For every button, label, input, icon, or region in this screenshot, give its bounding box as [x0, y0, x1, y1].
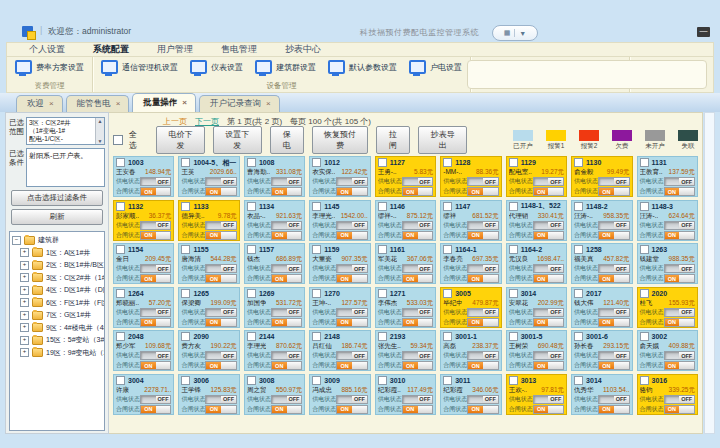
supply-toggle[interactable]: OFF: [271, 308, 302, 317]
supply-toggle[interactable]: OFF: [402, 351, 433, 360]
card-checkbox[interactable]: [640, 376, 649, 385]
toolbar-button[interactable]: 抄表导出: [418, 126, 467, 154]
switch-toggle[interactable]: ON: [336, 274, 367, 283]
card-checkbox[interactable]: [116, 245, 125, 254]
supply-toggle[interactable]: OFF: [533, 264, 564, 273]
supply-toggle[interactable]: OFF: [598, 395, 629, 404]
switch-toggle[interactable]: ON: [271, 231, 302, 240]
supply-toggle[interactable]: OFF: [664, 351, 695, 360]
switch-toggle[interactable]: ON: [271, 274, 302, 283]
supply-toggle[interactable]: OFF: [467, 177, 498, 186]
switch-toggle[interactable]: ON: [664, 187, 695, 196]
card-checkbox[interactable]: [181, 376, 190, 385]
supply-toggle[interactable]: OFF: [533, 221, 564, 230]
supply-toggle[interactable]: OFF: [533, 351, 564, 360]
supply-toggle[interactable]: OFF: [664, 177, 695, 186]
card-checkbox[interactable]: [574, 376, 583, 385]
card-checkbox[interactable]: [247, 376, 256, 385]
card-checkbox[interactable]: [574, 158, 583, 167]
listbox-line[interactable]: 配电-1/C区-: [29, 135, 95, 143]
card-checkbox[interactable]: [640, 158, 649, 167]
supply-toggle[interactable]: OFF: [467, 308, 498, 317]
expand-icon[interactable]: +: [20, 286, 29, 295]
switch-toggle[interactable]: ON: [467, 231, 498, 240]
switch-toggle[interactable]: ON: [533, 187, 564, 196]
switch-toggle[interactable]: ON: [467, 274, 498, 283]
card-checkbox[interactable]: [509, 289, 518, 298]
expand-icon[interactable]: +: [20, 348, 29, 357]
switch-toggle[interactable]: ON: [140, 187, 171, 196]
listbox-line[interactable]: （1#变电-1#: [29, 127, 95, 135]
scroll-up-icon[interactable]: ▲: [98, 118, 103, 124]
switch-toggle[interactable]: ON: [664, 361, 695, 370]
collapse-icon[interactable]: −: [12, 236, 21, 245]
supply-toggle[interactable]: OFF: [467, 395, 498, 404]
card-checkbox[interactable]: [116, 202, 125, 211]
supply-toggle[interactable]: OFF: [467, 264, 498, 273]
switch-toggle[interactable]: ON: [140, 361, 171, 370]
card-checkbox[interactable]: [312, 245, 321, 254]
switch-toggle[interactable]: ON: [205, 361, 236, 370]
close-icon[interactable]: ×: [116, 101, 121, 107]
supply-toggle[interactable]: OFF: [336, 308, 367, 317]
supply-toggle[interactable]: OFF: [336, 221, 367, 230]
expand-icon[interactable]: +: [20, 261, 29, 270]
supply-toggle[interactable]: OFF: [336, 351, 367, 360]
expand-icon[interactable]: +: [20, 273, 29, 282]
card-checkbox[interactable]: [181, 158, 190, 167]
ribbon-item[interactable]: 建筑群设置: [255, 60, 316, 74]
supply-toggle[interactable]: OFF: [336, 395, 367, 404]
card-checkbox[interactable]: [443, 289, 452, 298]
listbox-line[interactable]: 东配/1#变..: [29, 143, 95, 145]
switch-toggle[interactable]: ON: [533, 231, 564, 240]
supply-toggle[interactable]: OFF: [664, 308, 695, 317]
card-checkbox[interactable]: [640, 245, 649, 254]
card-checkbox[interactable]: [509, 158, 518, 167]
supply-toggle[interactable]: OFF: [533, 395, 564, 404]
card-checkbox[interactable]: [378, 289, 387, 298]
switch-toggle[interactable]: ON: [336, 405, 367, 414]
supply-toggle[interactable]: OFF: [598, 308, 629, 317]
card-checkbox[interactable]: [509, 245, 518, 254]
switch-toggle[interactable]: ON: [664, 231, 695, 240]
switch-toggle[interactable]: ON: [205, 405, 236, 414]
card-checkbox[interactable]: [640, 289, 649, 298]
card-checkbox[interactable]: [181, 245, 190, 254]
switch-toggle[interactable]: ON: [467, 361, 498, 370]
supply-toggle[interactable]: OFF: [205, 264, 236, 273]
switch-toggle[interactable]: ON: [205, 187, 236, 196]
card-checkbox[interactable]: [116, 376, 125, 385]
switch-toggle[interactable]: ON: [271, 318, 302, 327]
supply-toggle[interactable]: OFF: [598, 177, 629, 186]
tree-item[interactable]: +2区：B区1#井/B区1#: [20, 260, 102, 270]
close-icon[interactable]: ×: [182, 100, 187, 106]
card-checkbox[interactable]: [312, 289, 321, 298]
tree-item[interactable]: +15区：5#变站（3#变: [20, 335, 102, 345]
supply-toggle[interactable]: OFF: [271, 351, 302, 360]
card-checkbox[interactable]: [312, 376, 321, 385]
supply-toggle[interactable]: OFF: [664, 264, 695, 273]
switch-toggle[interactable]: ON: [533, 318, 564, 327]
tree-item[interactable]: +1区：A区1#井: [20, 248, 102, 258]
expand-icon[interactable]: +: [20, 336, 29, 345]
switch-toggle[interactable]: ON: [533, 274, 564, 283]
supply-toggle[interactable]: OFF: [402, 395, 433, 404]
ribbon-item[interactable]: 户电设置: [409, 60, 462, 74]
menu-item[interactable]: 用户管理: [143, 42, 207, 57]
card-checkbox[interactable]: [247, 289, 256, 298]
switch-toggle[interactable]: ON: [664, 274, 695, 283]
select-all-checkbox[interactable]: [113, 135, 123, 145]
switch-toggle[interactable]: ON: [336, 231, 367, 240]
card-checkbox[interactable]: [443, 202, 452, 211]
tab[interactable]: 开户记录查询×: [199, 95, 280, 112]
switch-toggle[interactable]: ON: [467, 318, 498, 327]
card-checkbox[interactable]: [378, 376, 387, 385]
prev-page-link[interactable]: 上一页: [163, 116, 187, 127]
tree-item[interactable]: +9区：4#楼电井（4#楼: [20, 323, 102, 333]
switch-toggle[interactable]: ON: [402, 231, 433, 240]
refresh-button[interactable]: 刷新: [11, 209, 103, 225]
tree-root[interactable]: −建筑群: [12, 235, 102, 245]
supply-toggle[interactable]: OFF: [140, 264, 171, 273]
tab[interactable]: 批量操作×: [132, 93, 196, 112]
card-checkbox[interactable]: [312, 202, 321, 211]
